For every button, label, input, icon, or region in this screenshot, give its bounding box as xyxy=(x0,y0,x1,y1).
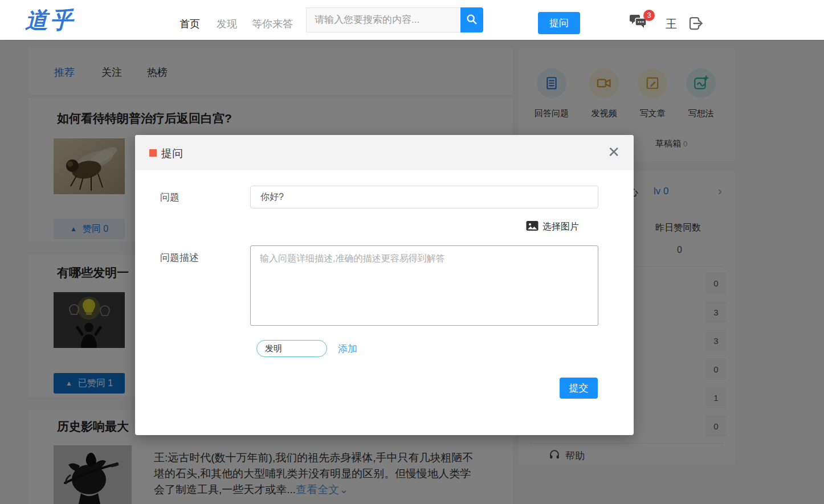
nav-item-discover[interactable]: 发现 xyxy=(217,17,237,31)
close-icon[interactable]: ✕ xyxy=(607,143,620,161)
logout-icon xyxy=(687,24,704,34)
image-icon xyxy=(526,220,539,233)
message-count-badge: 3 xyxy=(643,10,655,21)
choose-image-label: 选择图片 xyxy=(542,221,579,233)
add-tag-link[interactable]: 添加 xyxy=(338,342,357,355)
ask-question-button[interactable]: 提问 xyxy=(538,12,580,34)
question-description-textarea[interactable] xyxy=(250,245,598,326)
description-label: 问题描述 xyxy=(160,251,199,264)
messages-button[interactable]: 3 xyxy=(629,13,651,32)
modal-title: 提问 xyxy=(161,146,183,161)
search-icon xyxy=(466,13,478,27)
title-marker-square xyxy=(149,149,157,157)
message-icon xyxy=(629,22,648,32)
search-button[interactable] xyxy=(460,7,483,32)
search-bar xyxy=(306,7,483,32)
submit-button[interactable]: 提交 xyxy=(560,378,598,399)
page: 道乎 首页 发现 等你来答 提问 3 xyxy=(0,0,824,504)
tag-input[interactable] xyxy=(256,340,327,357)
username-link[interactable]: 王 xyxy=(666,17,677,32)
logout-button[interactable] xyxy=(687,15,705,33)
choose-image-button[interactable]: 选择图片 xyxy=(526,220,579,233)
search-input[interactable] xyxy=(306,7,461,32)
nav-item-waiting-answer[interactable]: 等你来答 xyxy=(252,17,293,31)
modal-header: 提问 ✕ xyxy=(135,135,634,170)
nav-item-home[interactable]: 首页 xyxy=(180,17,200,31)
top-navbar: 道乎 首页 发现 等你来答 提问 3 xyxy=(0,0,824,40)
site-logo[interactable]: 道乎 xyxy=(25,5,75,36)
ask-question-modal: 提问 ✕ 问题 选择图片 问题描述 添加 提交 xyxy=(135,135,634,435)
question-label: 问题 xyxy=(160,191,180,204)
question-title-input[interactable] xyxy=(250,186,598,208)
